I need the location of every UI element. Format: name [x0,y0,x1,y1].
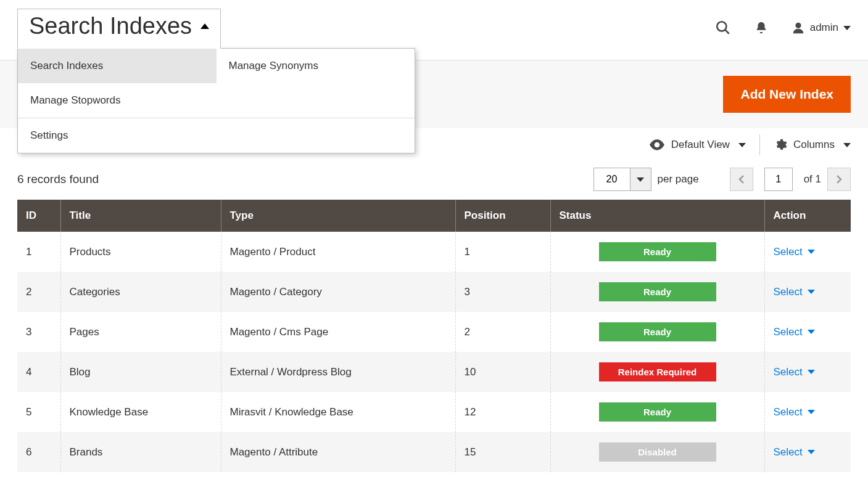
user-icon [792,21,805,35]
page-title: Search Indexes [29,13,192,39]
total-pages-label: of 1 [804,173,821,186]
svg-point-2 [795,23,801,28]
cell-id: 4 [17,352,60,392]
cell-status: Reindex Required [550,352,764,392]
view-selector[interactable]: Default View [649,139,746,151]
cell-action: Select [764,432,851,472]
cell-title: Brands [60,432,221,472]
table-row: 5Knowledge BaseMirasvit / Knowledge Base… [17,392,851,432]
chevron-down-icon [637,177,644,182]
action-select[interactable]: Select [774,326,843,338]
th-type[interactable]: Type [221,200,455,232]
cell-title: Categories [60,272,221,312]
cell-action: Select [764,312,851,352]
status-badge: Ready [599,322,716,341]
cell-title: Knowledge Base [60,392,221,432]
dropdown-item-1[interactable]: Manage Synonyms [217,49,415,83]
current-page-input[interactable] [764,168,793,191]
toolbar-divider [759,134,760,155]
per-page-label: per page [658,173,699,186]
cell-type: Magento / Category [221,272,455,312]
cell-position: 10 [455,352,550,392]
cell-position: 12 [455,392,550,432]
cell-title: Pages [60,312,221,352]
cell-position: 3 [455,272,550,312]
cell-position: 2 [455,312,550,352]
status-badge: Reindex Required [599,362,716,381]
status-badge: Disabled [599,442,716,462]
cell-action: Select [764,232,851,272]
chevron-down-icon [808,410,815,414]
cell-type: Mirasvit / Knowledge Base [221,392,455,432]
columns-label: Columns [793,139,835,151]
svg-line-1 [725,30,729,34]
indexes-table: ID Title Type Position Status Action 1Pr… [17,200,851,472]
admin-account-menu[interactable]: admin [792,21,851,35]
cell-id: 5 [17,392,60,432]
cell-status: Ready [550,312,764,352]
action-select[interactable]: Select [774,246,843,258]
th-title[interactable]: Title [60,200,221,232]
chevron-down-icon [808,370,815,374]
title-dropdown-menu: Search IndexesManage SynonymsManage Stop… [17,48,415,153]
cell-id: 1 [17,232,60,272]
dropdown-item-settings[interactable]: Settings [18,118,217,153]
th-status[interactable]: Status [550,200,764,232]
page-size-input[interactable] [593,168,630,191]
chevron-up-icon [200,23,209,29]
table-row: 2CategoriesMagento / Category3ReadySelec… [17,272,851,312]
table-row: 3PagesMagento / Cms Page2ReadySelect [17,312,851,352]
page-title-dropdown-toggle[interactable]: Search Indexes [17,9,221,49]
page-size-dropdown-button[interactable] [630,168,651,191]
admin-username: admin [810,22,838,34]
cell-type: Magento / Product [221,232,455,272]
chevron-down-icon [843,26,851,30]
cell-action: Select [764,392,851,432]
search-icon[interactable] [715,20,731,36]
th-id[interactable]: ID [17,200,60,232]
cell-status: Ready [550,232,764,272]
dropdown-item-2[interactable]: Manage Stopwords [18,83,217,118]
prev-page-button[interactable] [730,168,753,191]
table-row: 1ProductsMagento / Product1ReadySelect [17,232,851,272]
chevron-down-icon [738,143,746,147]
records-count: 6 records found [17,173,99,186]
cell-action: Select [764,352,851,392]
chevron-right-icon [835,174,843,184]
cell-status: Ready [550,392,764,432]
next-page-button[interactable] [827,168,851,191]
cell-id: 6 [17,432,60,472]
status-badge: Ready [599,282,716,301]
cell-id: 2 [17,272,60,312]
chevron-down-icon [808,330,815,334]
gear-icon [774,138,787,152]
eye-icon [649,139,665,150]
action-select[interactable]: Select [774,286,843,298]
action-select[interactable]: Select [774,406,843,418]
cell-action: Select [764,272,851,312]
chevron-down-icon [808,290,815,294]
chevron-down-icon [808,450,815,454]
cell-status: Ready [550,272,764,312]
cell-position: 15 [455,432,550,472]
dropdown-item-0[interactable]: Search Indexes [18,49,217,83]
table-row: 4BlogExternal / Wordpress Blog10Reindex … [17,352,851,392]
action-select[interactable]: Select [774,366,843,378]
cell-title: Products [60,232,221,272]
chevron-down-icon [808,250,815,254]
cell-id: 3 [17,312,60,352]
add-new-index-button[interactable]: Add New Index [723,76,851,113]
th-position[interactable]: Position [455,200,550,232]
cell-type: External / Wordpress Blog [221,352,455,392]
bell-icon[interactable] [754,21,768,35]
chevron-left-icon [738,174,745,184]
action-select[interactable]: Select [774,446,843,459]
view-label: Default View [671,139,730,151]
th-action[interactable]: Action [764,200,851,232]
chevron-down-icon [843,143,851,147]
cell-type: Magento / Attribute [221,432,455,472]
status-badge: Ready [599,402,716,422]
table-row: 6BrandsMagento / Attribute15DisabledSele… [17,432,851,472]
cell-status: Disabled [550,432,764,472]
columns-selector[interactable]: Columns [774,138,851,152]
